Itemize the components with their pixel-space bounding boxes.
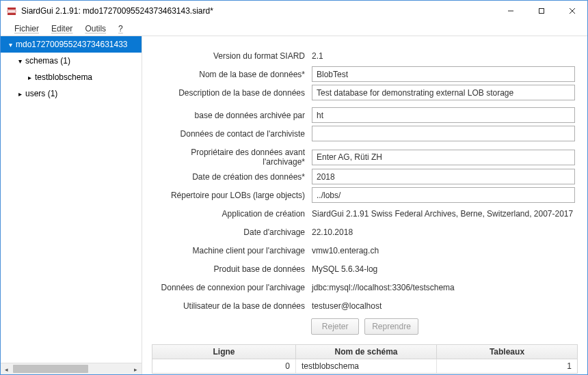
td-nom: testblobschema bbox=[296, 359, 437, 373]
value-product: MySQL 5.6.34-log bbox=[312, 264, 575, 274]
svg-rect-0 bbox=[8, 8, 16, 10]
input-db-name[interactable] bbox=[312, 66, 575, 82]
label-db-name: Nom de la base de données* bbox=[155, 70, 312, 79]
td-ligne: 0 bbox=[152, 359, 296, 373]
sidebar-hscroll[interactable]: ◂ ▸ bbox=[1, 363, 142, 374]
input-owner[interactable] bbox=[312, 150, 575, 165]
label-archived-by: base de données archivée par bbox=[155, 111, 312, 120]
value-archive-date: 22.10.2018 bbox=[312, 227, 575, 237]
menu-edit[interactable]: Editer bbox=[46, 23, 78, 35]
minimize-button[interactable] bbox=[495, 1, 526, 21]
reject-button[interactable]: Rejeter bbox=[311, 318, 359, 335]
tree-root[interactable]: ▾ mdo172700955243734631433 bbox=[1, 36, 142, 53]
app-window: SiardGui 2.1.91: mdo17270095524373463143… bbox=[0, 0, 588, 375]
scroll-left-icon[interactable]: ◂ bbox=[1, 363, 12, 375]
maximize-button[interactable] bbox=[526, 1, 557, 21]
tree-root-label: mdo172700955243734631433 bbox=[16, 40, 128, 49]
menu-help[interactable]: ? bbox=[113, 23, 129, 35]
tree-item-label: schemas (1) bbox=[25, 56, 70, 66]
chevron-down-icon: ▾ bbox=[6, 41, 14, 48]
label-app: Application de création bbox=[155, 209, 312, 219]
form-buttons: Rejeter Reprendre bbox=[155, 318, 575, 335]
value-connection: jdbc:mysql://localhost:3306/testschema bbox=[312, 283, 575, 292]
tree: ▾ mdo172700955243734631433 ▾ schemas (1)… bbox=[1, 36, 142, 363]
sidebar: ▾ mdo172700955243734631433 ▾ schemas (1)… bbox=[1, 36, 142, 374]
th-tableaux: Tableaux bbox=[437, 345, 577, 359]
th-ligne: Ligne bbox=[152, 345, 296, 359]
label-product: Produit base de données bbox=[155, 264, 312, 274]
input-creation-date[interactable] bbox=[312, 169, 575, 184]
input-db-desc[interactable] bbox=[312, 85, 575, 100]
value-siard-version: 2.1 bbox=[312, 51, 575, 61]
input-lob-dir[interactable] bbox=[312, 187, 575, 203]
chevron-right-icon: ▸ bbox=[25, 74, 34, 81]
table-header: Ligne Nom de schéma Tableaux bbox=[152, 345, 577, 359]
schema-table: Ligne Nom de schéma Tableaux 0 testblobs… bbox=[152, 344, 578, 374]
label-user: Utilisateur de la base de données bbox=[155, 301, 312, 311]
scroll-thumb[interactable] bbox=[13, 365, 88, 373]
input-archived-by[interactable] bbox=[312, 107, 575, 123]
window-controls bbox=[495, 1, 587, 21]
app-icon bbox=[6, 5, 17, 16]
value-app: SiardGui 2.1.91 Swiss Federal Archives, … bbox=[312, 209, 575, 219]
input-contact[interactable] bbox=[312, 126, 575, 141]
menu-tools[interactable]: Outils bbox=[79, 23, 111, 35]
window-title: SiardGui 2.1.91: mdo17270095524373463143… bbox=[21, 6, 495, 16]
svg-rect-2 bbox=[8, 13, 16, 15]
value-machine: vmw10.enterag.ch bbox=[312, 246, 575, 255]
chevron-right-icon: ▸ bbox=[16, 90, 24, 98]
chevron-down-icon: ▾ bbox=[16, 57, 24, 65]
titlebar: SiardGui 2.1.91: mdo17270095524373463143… bbox=[1, 1, 587, 21]
svg-rect-1 bbox=[8, 10, 16, 12]
close-button[interactable] bbox=[557, 1, 587, 21]
label-connection: Données de connexion pour l'archivage bbox=[155, 283, 312, 292]
label-archive-date: Date d'archivage bbox=[155, 227, 312, 237]
tree-schema-item[interactable]: ▸ testblobschema bbox=[1, 69, 142, 85]
scroll-right-icon[interactable]: ▸ bbox=[130, 363, 142, 375]
label-owner: Propriétaire des données avant l'archiva… bbox=[155, 148, 312, 167]
value-user: testuser@localhost bbox=[312, 301, 575, 311]
tree-users[interactable]: ▸ users (1) bbox=[1, 85, 142, 102]
td-tableaux: 1 bbox=[437, 359, 577, 373]
tree-schemas[interactable]: ▾ schemas (1) bbox=[1, 53, 142, 69]
table-row[interactable]: 0 testblobschema 1 bbox=[152, 359, 577, 373]
body: ▾ mdo172700955243734631433 ▾ schemas (1)… bbox=[1, 36, 587, 374]
resume-button[interactable]: Reprendre bbox=[364, 318, 418, 335]
menu-file[interactable]: Fichier bbox=[9, 23, 44, 35]
tree-item-label: users (1) bbox=[25, 89, 57, 98]
label-creation-date: Date de création des données* bbox=[155, 172, 312, 182]
metadata-form: Version du format SIARD 2.1 Nom de la ba… bbox=[142, 36, 587, 344]
th-nom: Nom de schéma bbox=[296, 345, 437, 359]
svg-rect-4 bbox=[539, 9, 544, 14]
label-machine: Machine client pour l'archivage bbox=[155, 246, 312, 255]
tree-item-label: testblobschema bbox=[35, 72, 92, 82]
label-lob-dir: Répertoire pour LOBs (large objects) bbox=[155, 191, 312, 200]
menubar: Fichier Editer Outils ? bbox=[1, 21, 587, 36]
main-panel: Version du format SIARD 2.1 Nom de la ba… bbox=[142, 36, 587, 374]
label-contact: Données de contact de l'archiviste bbox=[155, 129, 312, 139]
label-db-desc: Description de la base de données bbox=[155, 88, 312, 98]
label-siard-version: Version du format SIARD bbox=[155, 51, 312, 61]
